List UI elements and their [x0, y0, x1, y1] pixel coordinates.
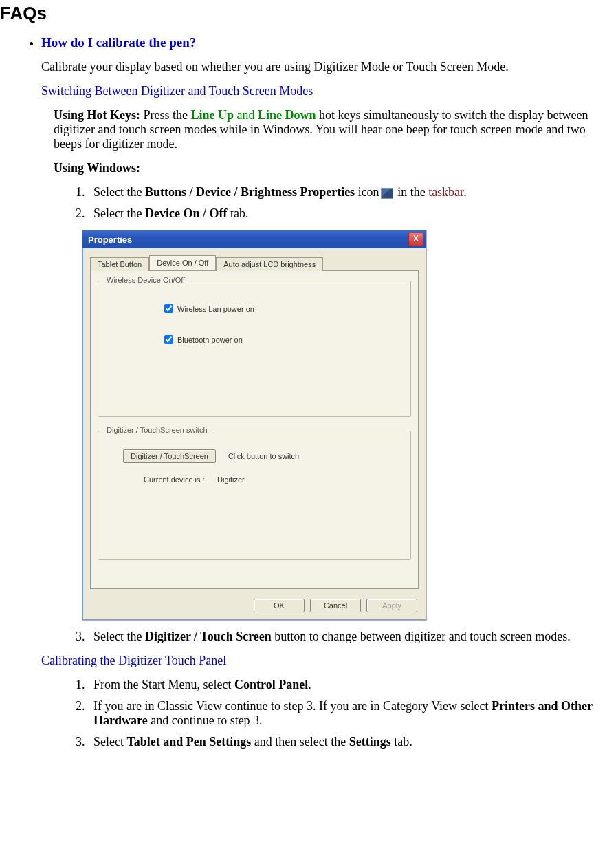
tabpage: Wireless Device On/Off Wireless Lan powe… [90, 271, 419, 589]
text: Settings [349, 735, 391, 749]
cancel-button[interactable]: Cancel [310, 599, 361, 612]
wlan-checkbox[interactable] [164, 304, 173, 313]
dialog-title: Properties [88, 235, 132, 245]
hotkeys-lead: Using Hot Keys: [54, 108, 140, 122]
wlan-label: Wireless Lan power on [177, 305, 254, 313]
group-legend: Wireless Device On/Off [104, 276, 188, 284]
text: tab. [391, 735, 412, 749]
text: Control Panel [234, 678, 308, 691]
linedown-key: Line Down [258, 108, 316, 122]
list-item: If you are in Classic View continue to s… [88, 699, 616, 728]
dialog-button-row: OK Cancel Apply [254, 599, 417, 612]
tab-auto-brightness[interactable]: Auto adjust LCD brightness [216, 257, 323, 271]
group-legend: Digitizer / TouchScreen switch [104, 426, 210, 434]
subhead-switching: Switching Between Digitizer and Touch Sc… [41, 84, 616, 98]
close-icon[interactable]: X [408, 233, 424, 246]
text: . [308, 678, 311, 691]
bt-checkbox[interactable] [164, 335, 173, 344]
text: icon [355, 185, 380, 199]
using-windows-steps-cont: Select the Digitizer / Touch Screen butt… [41, 630, 616, 644]
text: From the Start Menu, select [94, 678, 234, 691]
current-device-value: Digitizer [217, 475, 245, 484]
text: and [234, 108, 258, 122]
list-item: Select the Device On / Off tab. [88, 206, 616, 221]
text: Device On / Off [145, 206, 227, 220]
group-digitizer-switch: Digitizer / TouchScreen switch Digitizer… [98, 431, 411, 560]
switch-hint: Click button to switch [228, 452, 299, 460]
taskbar-term: taskbar [428, 185, 463, 199]
switch-row: Digitizer / TouchScreen Click button to … [123, 449, 402, 463]
list-item: Select Tablet and Pen Settings and then … [88, 735, 616, 749]
text: Using Windows: [54, 161, 140, 175]
text: Press the [140, 108, 191, 122]
text: Buttons / Device / Brightness Properties [145, 185, 355, 199]
text: Select [94, 735, 126, 749]
text: Tablet and Pen Settings [126, 735, 251, 749]
current-device-row: Current device is : Digitizer [144, 475, 402, 484]
row-wlan: Wireless Lan power on [162, 302, 402, 315]
text: Select the [94, 206, 145, 220]
faq-question: How do I calibrate the pen? [41, 35, 616, 50]
dialog-body: Tablet Button Device On / Off Auto adjus… [82, 248, 426, 620]
text: and then select the [251, 735, 349, 749]
group-wireless: Wireless Device On/Off Wireless Lan powe… [98, 281, 411, 417]
text: If you are in Classic View continue to s… [94, 699, 492, 713]
text: button to change between digitizer and t… [272, 630, 571, 643]
hotkeys-paragraph: Using Hot Keys: Press the Line Up and Li… [54, 108, 616, 151]
tab-tablet-button[interactable]: Tablet Button [90, 257, 149, 271]
text: in the [395, 185, 429, 199]
text: and continue to step 3. [148, 713, 263, 727]
properties-dialog: Properties X Tablet Button Device On / O… [82, 230, 426, 620]
dialog-titlebar[interactable]: Properties X [82, 230, 426, 248]
row-bt: Bluetooth power on [162, 333, 402, 346]
tabstrip: Tablet Button Device On / Off Auto adjus… [90, 254, 419, 271]
using-windows-steps: Select the Buttons / Device / Brightness… [41, 185, 616, 221]
calibrate-steps: From the Start Menu, select Control Pane… [41, 678, 616, 749]
apply-button[interactable]: Apply [366, 599, 417, 612]
properties-tray-icon [381, 188, 393, 199]
text: tab. [227, 206, 248, 220]
subhead-calibrating: Calibrating the Digitizer Touch Panel [41, 654, 616, 668]
lineup-key: Line Up [191, 108, 234, 122]
bt-label: Bluetooth power on [177, 336, 243, 344]
text: Digitizer / Touch Screen [145, 630, 272, 643]
using-windows-lead: Using Windows: [54, 161, 616, 175]
tab-device-on-off[interactable]: Device On / Off [149, 255, 216, 270]
text: Select the [94, 630, 145, 643]
current-device-label: Current device is : [144, 475, 205, 484]
page-title: FAQs [0, 3, 616, 24]
list-item: Select the Digitizer / Touch Screen butt… [88, 630, 616, 644]
list-item: Select the Buttons / Device / Brightness… [88, 185, 616, 200]
digitizer-touchscreen-button[interactable]: Digitizer / TouchScreen [123, 449, 216, 463]
faq-intro: Calibrate your display based on whether … [41, 60, 616, 74]
text: Select the [94, 185, 145, 199]
ok-button[interactable]: OK [254, 599, 305, 612]
text: . [463, 185, 467, 199]
list-item: From the Start Menu, select Control Pane… [88, 678, 616, 692]
